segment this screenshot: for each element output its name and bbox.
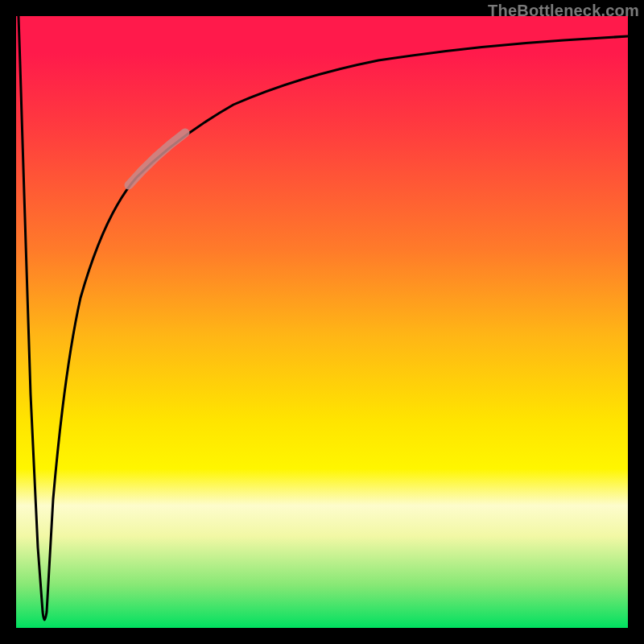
chart-frame: TheBottleneck.com (0, 0, 644, 644)
highlight-segment (129, 133, 185, 185)
curve-svg (16, 16, 628, 628)
bottleneck-curve (19, 16, 628, 620)
watermark-text: TheBottleneck.com (488, 2, 639, 20)
plot-area (16, 16, 628, 628)
